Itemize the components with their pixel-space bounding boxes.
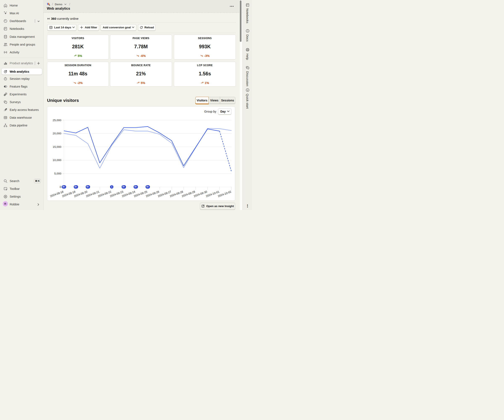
svg-text:1: 1 (247, 89, 248, 91)
